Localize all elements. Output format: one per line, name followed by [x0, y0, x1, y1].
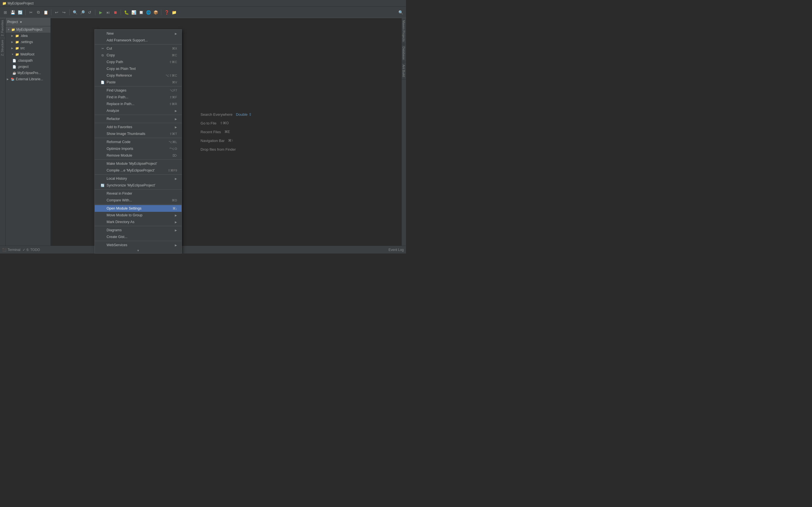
menu-label-copy: Copy — [107, 53, 115, 57]
bottom-bar-todo[interactable]: ✓ 6: TODO — [22, 248, 40, 252]
toolbar-icon-coverage[interactable]: 📊 — [131, 9, 137, 15]
menu-item-analyze[interactable]: Analyze ▶ — [95, 107, 182, 114]
toolbar-icon-reload[interactable]: ↺ — [87, 9, 93, 15]
toolbar-icon-package[interactable]: 📦 — [153, 9, 159, 15]
toolbar-icon-debug2[interactable]: 🐛 — [123, 9, 130, 15]
hint-search-everywhere: Search Everywhere Double ⇧ — [200, 112, 252, 117]
menu-icon-compare — [100, 198, 105, 203]
tree-item-idea[interactable]: ▶ 📁 .idea — [6, 33, 50, 39]
menu-item-copy-plain[interactable]: Copy as Plain Text — [95, 65, 182, 72]
menu-item-replace-in-path[interactable]: Replace in Path... ⇧⌘R — [95, 101, 182, 107]
menu-item-move-module[interactable]: Move Module to Group ▶ — [95, 212, 182, 219]
menu-icon-replace-in-path — [100, 102, 105, 106]
menu-item-copy-path[interactable]: Copy Path ⇧⌘C — [95, 59, 182, 65]
menu-item-optimize[interactable]: Optimize Imports ^⌥O — [95, 145, 182, 152]
toolbar-icon-search2[interactable]: 🔎 — [79, 9, 86, 15]
toolbar-icon-debug[interactable]: ⏯ — [105, 9, 111, 15]
menu-sep-3 — [95, 115, 182, 115]
menu-item-find-usages[interactable]: Find Usages ⌥F7 — [95, 87, 182, 94]
menu-item-paste[interactable]: 📄 Paste ⌘V — [95, 79, 182, 86]
menu-icon-find-usages — [100, 88, 105, 93]
tree-item-webroot[interactable]: ▼ 📁 WebRoot — [6, 51, 50, 57]
menu-icon-optimize — [100, 147, 105, 151]
toolbar-icon-copy[interactable]: ⧉ — [35, 9, 42, 15]
menu-item-find-in-path[interactable]: Find in Path... ⇧⌘F — [95, 94, 182, 101]
tree-item-settings[interactable]: ▶ 📁 .settings — [6, 39, 50, 45]
menu-item-reformat-left: Reformat Code — [100, 140, 131, 144]
menu-label-diagrams: Diagrams — [107, 228, 122, 232]
toolbar-icon-stop[interactable]: ⏹ — [112, 9, 118, 15]
menu-arrow-webservices: ▶ — [175, 244, 177, 247]
menu-item-create-gist[interactable]: Create Gist... — [95, 233, 182, 240]
toolbar-icon-globe[interactable]: 🌐 — [145, 9, 151, 15]
left-tab-structure[interactable]: Z: Structure — [0, 38, 5, 57]
toolbar-icon-sync[interactable]: 🔄 — [17, 9, 23, 15]
tree-item-myeclipsepro[interactable]: ☕ MyEclipsePro... — [6, 70, 50, 76]
menu-item-remove-module[interactable]: Remove Module ⌦ — [95, 152, 182, 159]
hint-label-search: Search Everywhere — [200, 112, 232, 117]
menu-item-open-module-settings[interactable]: Open Module Settings ⌘↓ — [95, 205, 182, 212]
menu-item-webservices[interactable]: WebServices ▶ — [95, 242, 182, 248]
todo-icon: ✓ — [22, 248, 26, 252]
toolbar-icon-file[interactable]: 📁 — [171, 9, 177, 15]
tree-item-root[interactable]: ▼ 📁 MyEclipseProject — [6, 26, 50, 33]
toolbar-icon-help[interactable]: ❓ — [163, 9, 170, 15]
toolbar-icon-search-right[interactable]: 🔍 — [398, 9, 404, 15]
menu-label-refactor: Refactor — [107, 117, 120, 121]
menu-icon-new — [100, 31, 105, 36]
tree-item-classpath[interactable]: 📄 .classpath — [6, 57, 50, 64]
menu-item-favorites[interactable]: Add to Favorites ▶ — [95, 124, 182, 130]
hint-label-goto: Go to File — [200, 121, 216, 125]
menu-item-mark-directory[interactable]: Mark Directory As ▶ — [95, 219, 182, 225]
panel-header-arrow[interactable]: ▼ — [19, 20, 22, 24]
menu-item-cut[interactable]: ✂ Cut ⌘X — [95, 45, 182, 52]
left-tab-favorites[interactable]: 2: Favorites — [0, 18, 5, 38]
bottom-bar: ⬛ Terminal ✓ 6: TODO Event Log — [0, 245, 406, 253]
menu-label-find-in-path: Find in Path... — [107, 95, 128, 99]
bottom-bar-event-log[interactable]: Event Log — [389, 248, 404, 252]
menu-item-find-usages-left: Find Usages — [100, 88, 126, 93]
menu-item-thumbnails[interactable]: Show Image Thumbnails ⇧⌘T — [95, 130, 182, 137]
menu-item-refactor[interactable]: Refactor ▶ — [95, 115, 182, 122]
toolbar-icon-paste[interactable]: 📋 — [43, 9, 49, 15]
menu-item-copy-left: ⧉ Copy — [100, 53, 115, 57]
menu-item-compile[interactable]: Compile ...e 'MyEclipseProject' ⇧⌘F9 — [95, 167, 182, 174]
menu-item-copy-reference[interactable]: Copy Reference ⌥⇧⌘C — [95, 72, 182, 79]
toolbar-icon-save[interactable]: 💾 — [10, 9, 16, 15]
menu-item-reveal[interactable]: Reveal in Finder — [95, 190, 182, 197]
menu-item-synchronize[interactable]: 🔄 Synchronize 'MyEclipseProject' — [95, 182, 182, 189]
menu-item-reformat[interactable]: Reformat Code ⌥⌘L — [95, 138, 182, 145]
bottom-bar-terminal[interactable]: ⬛ Terminal — [2, 248, 20, 252]
tree-item-project[interactable]: 📄 .project — [6, 64, 50, 70]
menu-arrow-local-history: ▶ — [175, 177, 177, 180]
menu-icon-cut: ✂ — [100, 46, 105, 51]
toolbar-icon-play[interactable]: ▶ — [98, 9, 104, 15]
menu-item-diagrams[interactable]: Diagrams ▶ — [95, 227, 182, 233]
tree-item-src[interactable]: ▶ 📁 src — [6, 45, 50, 51]
toolbar-icon-undo[interactable]: ↩ — [54, 9, 60, 15]
right-tab-maven[interactable]: Maven Projects — [402, 18, 406, 44]
hint-shortcut-navbar: ⌘↑ — [228, 138, 233, 143]
toolbar-icon-redo[interactable]: ↪ — [61, 9, 67, 15]
menu-item-compare[interactable]: Compare With... ⌘D — [95, 197, 182, 204]
right-tab-ant[interactable]: Ant Build — [402, 62, 406, 79]
menu-item-new[interactable]: New ▶ — [95, 30, 182, 37]
menu-icon-find-in-path — [100, 95, 105, 100]
menu-item-optimize-left: Optimize Imports — [100, 147, 133, 151]
menu-arrow-mark-directory: ▶ — [175, 221, 177, 224]
menu-item-local-history[interactable]: Local History ▶ — [95, 175, 182, 182]
tree-label-classpath: .classpath — [17, 59, 33, 62]
toolbar-icon-cut[interactable]: ✂ — [28, 9, 34, 15]
toolbar-icon-layout[interactable]: 🔲 — [138, 9, 144, 15]
project-title: 📁 MyEclipseProject — [2, 1, 34, 5]
menu-item-make-module[interactable]: Make Module 'MyEclipseProject' — [95, 160, 182, 167]
menu-item-copy[interactable]: ⧉ Copy ⌘C — [95, 52, 182, 59]
toolbar-icon-search1[interactable]: 🔍 — [72, 9, 78, 15]
right-tab-database[interactable]: Database — [402, 44, 406, 62]
menu-item-add-framework[interactable]: Add Framework Support... — [95, 37, 182, 44]
tree-item-external-libraries[interactable]: ▶ 📚 External Librarie... — [6, 76, 50, 82]
toolbar-separator-3 — [69, 10, 70, 15]
toolbar-icon-grid[interactable]: ⊞ — [2, 9, 8, 15]
menu-item-reveal-left: Reveal in Finder — [100, 191, 132, 196]
menu-item-synchronize-left: 🔄 Synchronize 'MyEclipseProject' — [100, 183, 155, 187]
